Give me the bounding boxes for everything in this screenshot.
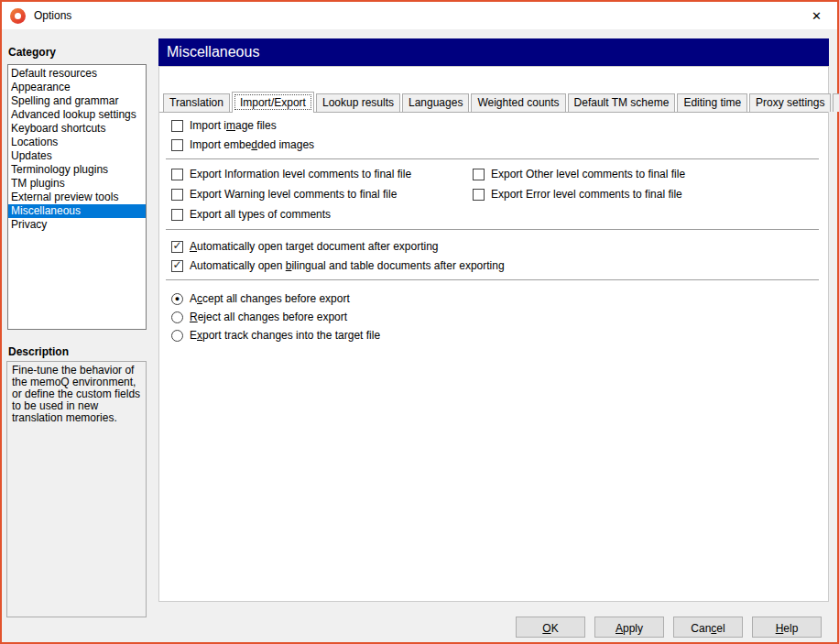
category-item-terminology-plugins[interactable]: Terminology plugins <box>8 163 146 177</box>
checkmark: ✓ <box>172 241 181 250</box>
checkbox-export-other-comments[interactable]: Export Other level comments to final fil… <box>473 167 685 181</box>
label-text: E <box>190 329 197 342</box>
radio-icon[interactable]: ● <box>171 293 183 305</box>
tab-weighted-counts[interactable]: Weighted counts <box>471 93 565 112</box>
radio-accept-all-changes[interactable]: ● Accept all changes before export <box>171 291 350 306</box>
checkbox-auto-open-target-document[interactable]: ✓ Automatically open target document aft… <box>171 239 439 254</box>
separator <box>166 279 819 281</box>
checkbox-label: Import embedded images <box>190 138 314 151</box>
close-icon[interactable]: ✕ <box>796 2 837 29</box>
category-item-default-resources[interactable]: Default resources <box>8 67 146 81</box>
apply-button[interactable]: Apply <box>594 617 664 638</box>
description-label: Description <box>8 345 69 358</box>
tab-editing-time[interactable]: Editing time <box>677 93 747 112</box>
checkbox-icon[interactable]: ✓ <box>171 241 183 253</box>
label-text: A <box>190 240 197 253</box>
label-text: pply <box>623 622 643 635</box>
radio-icon[interactable] <box>171 330 183 342</box>
label-text: ded images <box>257 138 314 151</box>
tab-lookup-results[interactable]: Lookup results <box>316 93 400 112</box>
separator <box>166 229 819 231</box>
radio-label: Export track changes into the target fil… <box>190 329 380 342</box>
label-text: R <box>190 311 198 323</box>
checkbox-export-warning-comments[interactable]: Export Warning level comments to final f… <box>171 187 397 202</box>
checkbox-label: Export Error level comments to final fil… <box>491 188 682 201</box>
label-text: m <box>226 119 235 132</box>
category-item-advanced-lookup-settings[interactable]: Advanced lookup settings <box>8 108 146 122</box>
tab-proxy-settings[interactable]: Proxy settings <box>749 93 831 112</box>
label-text: Export Information level comments to fin… <box>190 168 411 180</box>
checkbox-export-all-comments[interactable]: Export all types of comments <box>171 207 331 222</box>
category-item-appearance[interactable]: Appearance <box>8 81 146 94</box>
label-text: K <box>551 622 559 635</box>
checkbox-icon[interactable] <box>171 209 183 221</box>
description-text: Fine-tune the behavior of the memoQ envi… <box>12 364 140 424</box>
category-item-tm-plugins[interactable]: TM plugins <box>8 177 146 191</box>
checkbox-icon[interactable] <box>473 189 485 201</box>
help-button[interactable]: Help <box>752 617 822 638</box>
tab-import-export[interactable]: Import/Export <box>232 92 314 113</box>
checkbox-icon[interactable] <box>171 139 183 151</box>
category-item-updates[interactable]: Updates <box>8 149 146 163</box>
window-title: Options <box>34 9 71 22</box>
checkbox-label: Automatically open bilingual and table d… <box>190 259 505 272</box>
label-text: A <box>616 622 623 635</box>
description-box: Fine-tune the behavior of the memoQ envi… <box>6 361 147 617</box>
label-text: eject all changes before export <box>198 311 347 323</box>
category-item-spelling-and-grammar[interactable]: Spelling and grammar <box>8 94 146 108</box>
tab-discussions[interactable]: Discussions <box>833 93 839 112</box>
checkbox-export-information-comments[interactable]: Export Information level comments to fin… <box>171 167 411 181</box>
tab-languages[interactable]: Languages <box>402 93 469 112</box>
category-item-locations[interactable]: Locations <box>8 136 146 149</box>
checkbox-export-error-comments[interactable]: Export Error level comments to final fil… <box>473 187 682 202</box>
label-text: utomatically open target document after … <box>197 240 438 253</box>
page-title-text: Miscellaneous <box>167 44 259 60</box>
label-text: O <box>542 622 550 635</box>
separator <box>166 158 819 160</box>
category-item-external-preview-tools[interactable]: External preview tools <box>8 191 146 204</box>
label-text: Import embe <box>190 138 251 151</box>
label-text: ilingual and table documents after expor… <box>291 259 504 272</box>
checkbox-label: Export Information level comments to fin… <box>190 168 411 180</box>
checkbox-label: Automatically open target document after… <box>190 240 439 253</box>
tab-translation[interactable]: Translation <box>163 93 230 112</box>
category-listbox[interactable]: Default resources Appearance Spelling an… <box>7 64 147 330</box>
category-item-keyboard-shortcuts[interactable]: Keyboard shortcuts <box>8 122 146 136</box>
radio-label: Reject all changes before export <box>190 311 347 323</box>
checkmark: ✓ <box>172 260 181 269</box>
checkbox-import-embedded-images[interactable]: Import embedded images <box>171 137 314 152</box>
checkbox-label: Export Other level comments to final fil… <box>491 168 685 180</box>
tab-default-tm-scheme[interactable]: Default TM scheme <box>568 93 676 112</box>
checkbox-import-image-files[interactable]: Import image files <box>171 118 277 133</box>
checkbox-icon[interactable] <box>171 189 183 201</box>
label-text: Export Error level comments to final fil… <box>491 188 682 201</box>
radio-icon[interactable] <box>171 311 183 323</box>
ok-button[interactable]: OK <box>516 617 585 638</box>
checkbox-icon[interactable] <box>473 169 485 180</box>
label-text: port track changes into the target file <box>202 329 380 342</box>
label-text: el <box>716 622 725 635</box>
checkbox-auto-open-bilingual-documents[interactable]: ✓ Automatically open bilingual and table… <box>171 258 505 273</box>
category-item-miscellaneous[interactable]: Miscellaneous <box>8 204 146 218</box>
checkbox-icon[interactable] <box>171 169 183 180</box>
label-text: Export Warning level comments to final f… <box>190 188 397 201</box>
label-text: Import i <box>190 119 226 132</box>
checkbox-icon[interactable] <box>171 120 183 132</box>
checkbox-label: Export all types of comments <box>190 208 331 221</box>
category-item-privacy[interactable]: Privacy <box>8 218 146 232</box>
label-text: elp <box>783 622 798 635</box>
options-dialog: Options ✕ Category Default resources App… <box>0 0 839 644</box>
checkbox-label: Export Warning level comments to final f… <box>190 188 397 201</box>
checkbox-label: Import image files <box>190 119 277 132</box>
title-bar: Options <box>2 2 837 29</box>
radio-export-track-changes[interactable]: Export track changes into the target fil… <box>171 328 380 343</box>
checkbox-icon[interactable]: ✓ <box>171 260 183 272</box>
radio-reject-all-changes[interactable]: Reject all changes before export <box>171 310 347 324</box>
label-text: Export all types of comments <box>190 208 331 221</box>
label-text: Export Other level comments to final fil… <box>491 168 685 180</box>
cancel-button[interactable]: Cancel <box>673 617 743 638</box>
tab-strip: Translation Import/Export Lookup results… <box>159 67 828 113</box>
settings-panel: Translation Import/Export Lookup results… <box>158 66 829 602</box>
label-text: Can <box>691 622 711 635</box>
radio-label: Accept all changes before export <box>190 292 350 305</box>
